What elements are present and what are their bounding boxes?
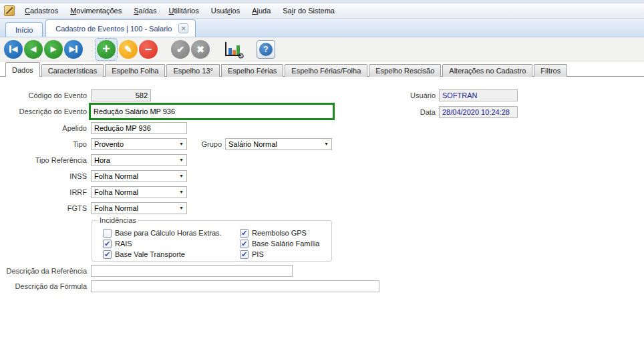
- checkbox-base-vale-transporte[interactable]: ✔ Base Vale Transporte: [103, 250, 185, 259]
- menu-usuarios[interactable]: Usuários: [205, 5, 246, 17]
- chevron-down-icon: ▼: [179, 187, 184, 198]
- descricao-do-evento-label: Descrição do Evento: [0, 105, 87, 117]
- tab-alteracoes-no-cadastro[interactable]: Alterações no Cadastro: [442, 64, 532, 77]
- first-record-button[interactable]: ◀: [4, 40, 23, 59]
- plus-icon: +: [102, 42, 110, 55]
- usuario-field: SOFTRAN: [439, 89, 518, 101]
- dados-form: Código do Evento 582 Descrição do Evento…: [0, 77, 644, 343]
- last-record-button[interactable]: ▶: [64, 40, 83, 59]
- checkbox-icon: ✔: [103, 250, 112, 259]
- next-icon: ▶: [51, 45, 56, 53]
- chevron-down-icon: ▼: [324, 139, 329, 149]
- grupo-dropdown[interactable]: Salário Normal▼: [225, 138, 332, 150]
- checkbox-rais[interactable]: ✔ RAIS: [103, 239, 132, 248]
- tab-espelho-folha[interactable]: Espelho Folha: [105, 64, 165, 77]
- menu-saidas[interactable]: Saídas: [128, 5, 162, 17]
- codigo-do-evento-label: Código do Evento: [0, 89, 87, 101]
- page-tab-strip: Dados Características Espelho Folha Espe…: [0, 61, 644, 77]
- add-button-focus-ring: +: [95, 38, 118, 61]
- descricao-da-formula-input[interactable]: [91, 280, 379, 292]
- menu-utilitarios[interactable]: Utilitários: [162, 5, 204, 17]
- tab-inicio-label: Início: [15, 26, 33, 34]
- descricao-do-evento-focus-border: [89, 103, 335, 120]
- gear-icon: ⚙: [237, 51, 245, 61]
- checkbox-icon: ✔: [240, 229, 249, 238]
- cross-icon: ✖: [196, 44, 204, 55]
- help-button[interactable]: ?: [257, 40, 275, 59]
- menu-sair-do-sistema[interactable]: Sair do Sistema: [277, 5, 341, 17]
- chevron-down-icon: ▼: [179, 139, 184, 149]
- incidencias-groupbox: Incidências ✔ Base para Cálculo Horas Ex…: [92, 220, 332, 262]
- tab-inicio[interactable]: Início: [5, 22, 43, 37]
- check-icon: ✔: [176, 44, 184, 55]
- descricao-do-evento-input[interactable]: [91, 105, 333, 118]
- chevron-down-icon: ▼: [179, 203, 184, 214]
- tipo-referencia-label: Tipo Referência: [0, 154, 87, 166]
- tab-espelho-13[interactable]: Espelho 13°: [166, 64, 219, 77]
- menu-bar: Cadastros Movimentações Saídas Utilitári…: [0, 3, 644, 19]
- record-toolbar: ◀ ◀ ▶ ▶ + ✎ − ✔ ✖ ⚙ ?: [0, 37, 644, 61]
- confirm-button[interactable]: ✔: [171, 40, 190, 59]
- document-tab-bar: Início Cadastro de Eventos | 100 - Salar…: [0, 19, 644, 37]
- apelido-input[interactable]: [91, 122, 187, 134]
- checkbox-pis[interactable]: ✔ PIS: [240, 250, 264, 259]
- tab-filtros[interactable]: Filtros: [534, 64, 567, 77]
- cancel-button[interactable]: ✖: [191, 40, 210, 59]
- minus-icon: −: [145, 44, 152, 55]
- edit-record-button[interactable]: ✎: [119, 40, 138, 59]
- menu-movimentacoes[interactable]: Movimentações: [64, 5, 128, 17]
- irrf-dropdown[interactable]: Folha Normal▼: [91, 186, 187, 198]
- checkbox-reembolso-gps[interactable]: ✔ Reembolso GPS: [240, 228, 307, 238]
- descricao-da-referencia-label: Descrição da Referência: [0, 265, 87, 277]
- pencil-icon: ✎: [124, 44, 132, 55]
- tipo-referencia-dropdown[interactable]: Hora▼: [91, 154, 187, 166]
- checkbox-base-horas-extras[interactable]: ✔ Base para Cálculo Horas Extras.: [103, 228, 222, 238]
- tab-cadastro-label: Cadastro de Eventos | 100 - Salario: [55, 25, 172, 33]
- checkbox-base-salario-familia[interactable]: ✔ Base Salário Família: [240, 239, 320, 248]
- tipo-dropdown[interactable]: Provento▼: [91, 138, 187, 150]
- menu-ajuda[interactable]: Ajuda: [246, 5, 277, 17]
- chevron-down-icon: ▼: [179, 171, 184, 182]
- add-record-button[interactable]: +: [97, 40, 116, 59]
- chart-axis-icon: [225, 42, 226, 56]
- tab-espelho-rescisao[interactable]: Espelho Rescisão: [369, 64, 441, 77]
- tab-close-icon[interactable]: ✕: [178, 23, 188, 33]
- checkbox-icon: ✔: [240, 240, 249, 248]
- fgts-label: FGTS: [0, 202, 87, 214]
- data-field: 28/04/2020 10:24:28: [439, 106, 518, 118]
- inss-dropdown[interactable]: Folha Normal▼: [91, 170, 187, 182]
- data-label: Data: [374, 106, 436, 118]
- irrf-label: IRRF: [0, 186, 87, 198]
- tab-dados[interactable]: Dados: [5, 62, 40, 77]
- tab-cadastro-de-eventos[interactable]: Cadastro de Eventos | 100 - Salario ✕: [45, 19, 196, 37]
- chart-bar-icon: [228, 48, 232, 55]
- checkbox-icon: ✔: [103, 240, 112, 248]
- first-bar-icon: [9, 45, 11, 53]
- previous-record-button[interactable]: ◀: [24, 40, 43, 59]
- report-chart-button[interactable]: ⚙: [223, 40, 243, 59]
- next-record-button[interactable]: ▶: [44, 40, 63, 59]
- chart-bar-icon: [232, 50, 236, 55]
- checkbox-icon: ✔: [240, 250, 249, 259]
- previous-icon: ◀: [31, 45, 36, 53]
- grupo-label: Grupo: [194, 138, 222, 150]
- chevron-down-icon: ▼: [179, 155, 184, 165]
- menu-cadastros[interactable]: Cadastros: [19, 5, 64, 17]
- checkbox-icon: ✔: [103, 229, 112, 238]
- descricao-da-formula-label: Descrição da Fórmula: [0, 280, 87, 292]
- last-triangle-icon: ▶: [69, 45, 75, 53]
- tipo-label: Tipo: [0, 138, 87, 150]
- tab-caracteristicas[interactable]: Características: [41, 64, 104, 77]
- help-icon: ?: [259, 43, 273, 56]
- incidencias-legend: Incidências: [98, 216, 138, 224]
- fgts-dropdown[interactable]: Folha Normal▼: [91, 202, 187, 214]
- first-triangle-icon: ◀: [12, 45, 17, 53]
- app-icon: [4, 5, 15, 16]
- delete-record-button[interactable]: −: [139, 40, 158, 59]
- usuario-label: Usuário: [374, 89, 436, 101]
- tab-espelho-ferias[interactable]: Espelho Férias: [221, 64, 283, 77]
- inss-label: INSS: [0, 170, 87, 182]
- last-bar-icon: [75, 45, 77, 53]
- descricao-da-referencia-input[interactable]: [91, 265, 293, 277]
- tab-espelho-ferias-folha[interactable]: Espelho Férias/Folha: [285, 64, 367, 77]
